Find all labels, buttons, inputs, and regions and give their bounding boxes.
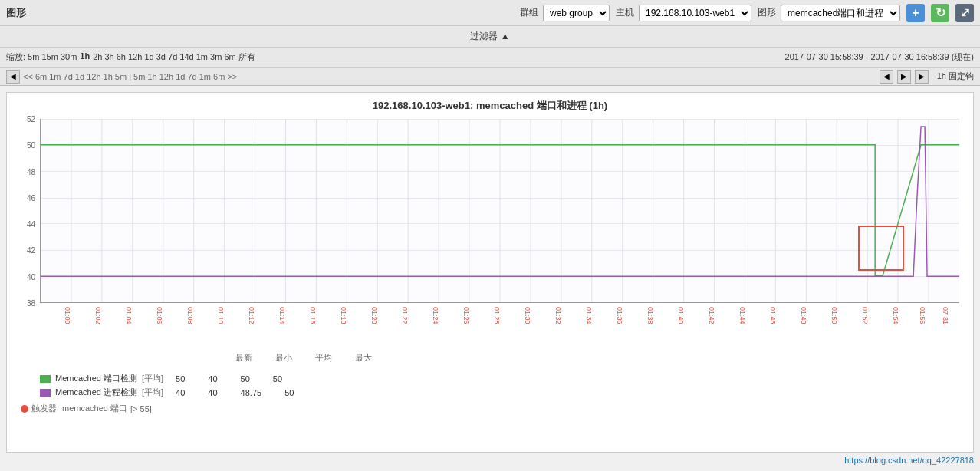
x-tick-1: 01:00 bbox=[64, 307, 71, 324]
x-tick-8: 01:14 bbox=[278, 307, 286, 324]
chart-svg bbox=[41, 119, 959, 302]
filter-arrow: ▲ bbox=[501, 31, 510, 41]
time-range: 2017-07-30 15:58:39 - 2017-07-30 16:58:3… bbox=[785, 51, 974, 63]
x-tick-15: 01:28 bbox=[493, 307, 501, 324]
legend-avg-1: 50 bbox=[241, 374, 250, 384]
legend-max-1: 50 bbox=[273, 374, 282, 384]
x-tick-14: 01:26 bbox=[462, 307, 470, 324]
x-tick-30: 07-31 bbox=[942, 307, 949, 324]
y-axis: 52 50 48 46 44 42 40 38 bbox=[13, 119, 38, 303]
x-tick-28: 01:54 bbox=[892, 307, 899, 324]
graph-label: 图形 bbox=[758, 6, 776, 19]
source-info: 触发器: memcached 端口 [> 55] bbox=[21, 403, 967, 414]
period-sep: 2h 3h 6h 12h 1d 3d 7d 14d 1m 3m 6m 所有 bbox=[93, 51, 255, 63]
y-label-50: 50 bbox=[27, 141, 35, 150]
page-title: 图形 bbox=[6, 6, 26, 20]
graph-control: 图形 memcached端口和进程 bbox=[758, 5, 900, 21]
nav-left-button[interactable]: ◀ bbox=[6, 70, 20, 84]
legend-color-2 bbox=[40, 389, 51, 397]
x-tick-3: 01:04 bbox=[125, 307, 133, 324]
graph-select[interactable]: memcached端口和进程 bbox=[781, 5, 900, 21]
nav-next-button[interactable]: ▶ bbox=[897, 70, 911, 84]
source-threshold: [> 55] bbox=[130, 404, 152, 413]
time-periods: 缩放: 5m 15m 30m 1h 2h 3h 6h 12h 1d 3d 7d … bbox=[6, 51, 255, 63]
x-tick-13: 01:24 bbox=[432, 307, 439, 324]
filter-label: 过滤器 bbox=[470, 31, 498, 41]
group-control: 群组 web group bbox=[520, 5, 610, 21]
legend-label-1: Memcached 端口检测 bbox=[55, 373, 137, 384]
source-dot-icon bbox=[21, 405, 28, 413]
x-tick-16: 01:30 bbox=[524, 307, 531, 324]
x-tick-5: 01:08 bbox=[186, 307, 194, 324]
period-1h[interactable]: 1h bbox=[80, 51, 90, 63]
red-annotation-box bbox=[858, 226, 904, 272]
group-label: 群组 bbox=[520, 6, 538, 19]
x-tick-2: 01:02 bbox=[94, 307, 102, 324]
y-label-42: 42 bbox=[27, 246, 35, 255]
legend-values-1: 50 40 50 50 bbox=[176, 374, 282, 384]
host-control: 主机 192.168.10.103-web1 bbox=[616, 5, 751, 21]
host-select[interactable]: 192.168.10.103-web1 bbox=[639, 5, 751, 21]
legend-latest-2: 40 bbox=[176, 388, 185, 397]
fixed-label: 1h 固定钩 bbox=[937, 71, 974, 81]
host-label: 主机 bbox=[616, 6, 634, 19]
time-controls: 缩放: 5m 15m 30m 1h 2h 3h 6h 12h 1d 3d 7d … bbox=[0, 48, 980, 68]
expand-button[interactable]: ⤢ bbox=[955, 4, 974, 22]
x-tick-20: 01:38 bbox=[646, 307, 654, 324]
x-tick-4: 01:06 bbox=[156, 307, 163, 324]
x-tick-11: 01:20 bbox=[370, 307, 378, 324]
nav-next2-button[interactable]: ▶ bbox=[915, 70, 929, 84]
x-tick-17: 01:32 bbox=[554, 307, 562, 324]
legend-extra-2: [平均] bbox=[142, 387, 163, 398]
y-label-40: 40 bbox=[27, 272, 35, 281]
watermark: https://blog.csdn.net/qq_42227818 bbox=[844, 456, 974, 465]
x-tick-21: 01:40 bbox=[677, 307, 685, 324]
nav-periods: << 6m 1m 7d 1d 12h 1h 5m | 5m 1h 12h 1d … bbox=[23, 72, 237, 81]
legend-header-avg: 平均 bbox=[315, 352, 332, 364]
source-value: memcached 端口 bbox=[62, 403, 127, 414]
legend-max-2: 50 bbox=[284, 388, 294, 397]
legend-avg-2: 48.75 bbox=[241, 388, 262, 397]
group-select[interactable]: web group bbox=[543, 5, 610, 21]
x-tick-6: 01:10 bbox=[217, 307, 225, 324]
x-tick-9: 01:16 bbox=[309, 307, 317, 324]
chart-area bbox=[40, 119, 959, 303]
filter-bar: 过滤器 ▲ bbox=[0, 26, 980, 48]
chart-title: 192.168.10.103-web1: memcached 端口和进程 (1h… bbox=[13, 99, 967, 113]
x-tick-27: 01:52 bbox=[861, 307, 869, 324]
y-label-48: 48 bbox=[27, 167, 35, 176]
legend-values-2: 40 40 48.75 50 bbox=[176, 388, 294, 397]
nav-right: ◀ ▶ ▶ 1h 固定钩 bbox=[880, 70, 974, 84]
add-button[interactable]: + bbox=[906, 4, 925, 22]
x-tick-25: 01:48 bbox=[800, 307, 807, 324]
chart-container: 192.168.10.103-web1: memcached 端口和进程 (1h… bbox=[6, 92, 974, 453]
zoom-label: 缩放: 5m 15m 30m bbox=[6, 51, 77, 63]
nav-bar: ◀ << 6m 1m 7d 1d 12h 1h 5m | 5m 1h 12h 1… bbox=[0, 68, 980, 86]
top-bar: 图形 群组 web group 主机 192.168.10.103-web1 图… bbox=[0, 0, 980, 26]
x-tick-23: 01:44 bbox=[738, 307, 746, 324]
y-label-52: 52 bbox=[27, 115, 35, 124]
legend-header-latest: 最新 bbox=[235, 352, 252, 364]
x-axis-labels: 07-30 01:00 01:02 01:04 01:06 01:08 01:1… bbox=[41, 307, 959, 349]
legend-min-1: 40 bbox=[208, 374, 217, 384]
x-tick-7: 01:12 bbox=[248, 307, 255, 324]
legend-latest-1: 50 bbox=[176, 374, 185, 384]
legend-label-2: Memcached 进程检测 bbox=[55, 387, 137, 398]
legend-extra-1: [平均] bbox=[142, 373, 163, 384]
x-tick-24: 01:46 bbox=[769, 307, 777, 324]
y-label-46: 46 bbox=[27, 193, 35, 202]
legend-min-2: 40 bbox=[208, 388, 217, 397]
y-label-44: 44 bbox=[27, 220, 35, 229]
legend: Memcached 端口检测 [平均] 50 40 50 50 Memcache… bbox=[40, 373, 967, 398]
x-tick-29: 01:56 bbox=[919, 307, 926, 324]
legend-row-2: Memcached 进程检测 [平均] 40 40 48.75 50 bbox=[40, 387, 967, 398]
legend-header-min: 最小 bbox=[275, 352, 292, 364]
nav-prev-button[interactable]: ◀ bbox=[880, 70, 893, 84]
filter-button[interactable]: 过滤器 ▲ bbox=[464, 28, 515, 44]
x-tick-26: 01:50 bbox=[830, 307, 838, 324]
refresh-button[interactable]: ↻ bbox=[931, 4, 949, 22]
y-label-38: 38 bbox=[27, 299, 35, 308]
x-tick-10: 01:18 bbox=[340, 307, 347, 324]
x-tick-12: 01:22 bbox=[401, 307, 409, 324]
legend-headers: 最新 最小 平均 最大 bbox=[67, 352, 967, 364]
